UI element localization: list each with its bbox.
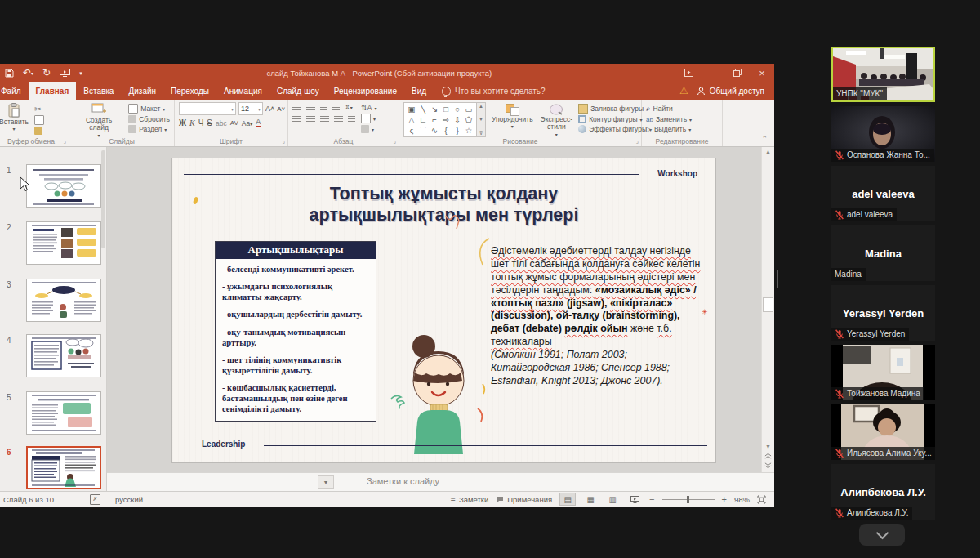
- share-button[interactable]: Общий доступ: [697, 87, 764, 96]
- shape-fill-button[interactable]: Заливка фигуры▾: [578, 104, 652, 114]
- scroll-down-icon[interactable]: ▼: [765, 444, 771, 449]
- slide-scrollbar[interactable]: ▲ ▼: [761, 147, 774, 472]
- shapes-gallery-scroll[interactable]: ▲▼⊽: [477, 102, 486, 137]
- text-direction-icon[interactable]: ⇅A▾: [361, 104, 377, 112]
- tab-Файл[interactable]: Файл: [0, 82, 29, 100]
- underline-icon[interactable]: Ч: [198, 118, 204, 127]
- reading-view-button[interactable]: ▥: [605, 493, 620, 505]
- minimize-button[interactable]: —: [701, 64, 725, 82]
- scroll-participants-button[interactable]: [859, 524, 905, 546]
- drawing-dialog-launcher[interactable]: ⌟: [636, 138, 639, 145]
- zoom-slider-thumb[interactable]: [687, 496, 689, 503]
- current-slide[interactable]: Workshop Топтық жұмысты қолдану артықшыл…: [172, 158, 715, 462]
- tab-Слайд-шоу[interactable]: Слайд-шоу: [270, 82, 327, 100]
- slide-thumbnail-4[interactable]: [26, 334, 101, 377]
- replace-button[interactable]: abЗаменить▾: [646, 115, 692, 123]
- language-indicator[interactable]: русский: [115, 495, 143, 504]
- start-slideshow-icon[interactable]: [60, 69, 70, 77]
- participant-tile[interactable]: MadinaMadina: [831, 225, 935, 281]
- strikethrough-icon[interactable]: S: [207, 118, 212, 127]
- scrollbar-thumb[interactable]: [763, 297, 773, 312]
- align-right-icon[interactable]: [320, 116, 329, 123]
- ribbon-display-options-button[interactable]: [676, 64, 701, 82]
- shrink-font-icon[interactable]: A˅: [277, 105, 285, 113]
- next-slide-button[interactable]: [764, 462, 772, 469]
- comments-toggle[interactable]: Примечания: [496, 495, 552, 504]
- slide-thumbnail-5[interactable]: [26, 391, 101, 435]
- italic-icon[interactable]: К: [189, 118, 195, 127]
- fit-to-window-button[interactable]: [757, 495, 766, 504]
- copy-icon[interactable]: [34, 115, 44, 125]
- slide-thumbnail-1[interactable]: [26, 164, 101, 208]
- notes-collapse-button[interactable]: ▼: [318, 475, 334, 489]
- slide-sorter-view-button[interactable]: ▦: [583, 493, 598, 505]
- reset-button[interactable]: Сбросить: [128, 115, 170, 123]
- tab-Дизайн[interactable]: Дизайн: [121, 82, 163, 100]
- scroll-up-icon[interactable]: ▲: [765, 149, 771, 154]
- notes-toggle[interactable]: ≐Заметки: [450, 495, 488, 504]
- convert-smartart-icon[interactable]: ▾: [361, 125, 377, 133]
- paste-button[interactable]: Вставить▾: [0, 102, 30, 133]
- participant-tile[interactable]: УНПК "МУК": [831, 47, 935, 102]
- slideshow-view-button[interactable]: [627, 493, 642, 505]
- align-left-icon[interactable]: [292, 116, 301, 123]
- char-spacing-icon[interactable]: AV: [230, 119, 238, 127]
- select-button[interactable]: ▷Выделить▾: [646, 125, 692, 133]
- grow-font-icon[interactable]: A˄: [265, 105, 274, 113]
- spellcheck-icon[interactable]: ✗: [90, 494, 100, 505]
- thumbnail-scrollbar[interactable]: [101, 150, 105, 248]
- slide-thumbnail-2[interactable]: [26, 221, 101, 265]
- section-button[interactable]: Раздел▾: [128, 125, 170, 133]
- paragraph-dialog-launcher[interactable]: ⌟: [394, 138, 396, 145]
- participant-tile[interactable]: Алипбекова Л.У. Алипбекова Л.У.: [831, 464, 935, 520]
- shapes-gallery[interactable]: ▣╲↘□○▭ △∟⌐⇨⇩⬠ ς⌒∿{}☆: [403, 102, 477, 137]
- participant-tile[interactable]: Оспанова Жанна То...: [831, 106, 935, 162]
- undo-icon[interactable]: ↶▾: [23, 67, 33, 78]
- quick-styles-button[interactable]: Экспресс-стили▾: [539, 103, 575, 138]
- columns-icon[interactable]: [348, 116, 355, 123]
- font-name-combo[interactable]: ▾: [179, 102, 236, 115]
- font-color-icon[interactable]: A: [256, 118, 261, 127]
- shape-outline-button[interactable]: Контур фигуры▾: [578, 115, 652, 123]
- format-painter-icon[interactable]: [34, 127, 42, 135]
- zoom-out-button[interactable]: −: [649, 494, 654, 504]
- participant-tile[interactable]: adel valeeva adel valeeva: [831, 166, 935, 221]
- tab-Рецензирование[interactable]: Рецензирование: [327, 82, 404, 100]
- slide-thumbnail-6[interactable]: [26, 446, 101, 489]
- zoom-in-button[interactable]: +: [722, 494, 727, 504]
- shape-effects-button[interactable]: Эффекты фигуры▾: [578, 125, 652, 133]
- normal-view-button[interactable]: ▤: [559, 493, 576, 506]
- activation-warning-icon[interactable]: ⚠: [679, 85, 688, 96]
- arrange-button[interactable]: Упорядочить▾: [490, 103, 535, 131]
- slide-thumbnail-3[interactable]: [26, 279, 101, 322]
- tab-Главная[interactable]: Главная: [29, 82, 77, 100]
- restore-button[interactable]: [725, 64, 750, 82]
- clipboard-dialog-launcher[interactable]: ⌟: [64, 138, 66, 145]
- tab-Переходы[interactable]: Переходы: [163, 82, 216, 100]
- tab-Анимация[interactable]: Анимация: [216, 82, 270, 100]
- increase-indent-icon[interactable]: [332, 105, 340, 111]
- find-button[interactable]: ⌕Найти: [646, 104, 692, 114]
- cut-icon[interactable]: ✂: [34, 105, 44, 114]
- save-icon[interactable]: [5, 69, 14, 78]
- participant-tile[interactable]: Тойжанова Мадина: [831, 345, 935, 400]
- tell-me-box[interactable]: Что вы хотите сделать?: [434, 82, 554, 100]
- font-size-combo[interactable]: 12▾: [238, 102, 263, 115]
- font-dialog-launcher[interactable]: ⌟: [283, 138, 285, 145]
- participant-tile[interactable]: Yerassyl Yerden Yerassyl Yerden: [831, 285, 935, 341]
- numbering-icon[interactable]: [306, 105, 315, 111]
- zoom-slider[interactable]: [662, 499, 715, 500]
- justify-icon[interactable]: [334, 116, 343, 123]
- tab-Вставка[interactable]: Вставка: [76, 82, 121, 100]
- zoom-percentage[interactable]: 98%: [734, 495, 750, 504]
- layout-button[interactable]: Макет▾: [128, 104, 170, 114]
- participant-tile[interactable]: Ильясова Алима Уку...: [831, 404, 935, 460]
- align-center-icon[interactable]: [306, 116, 315, 123]
- text-shadow-icon[interactable]: abc: [216, 119, 227, 127]
- redo-icon[interactable]: ↻: [42, 67, 51, 78]
- notes-pane[interactable]: ▼ Заметки к слайду: [107, 472, 774, 491]
- align-text-icon[interactable]: ▾: [361, 114, 377, 123]
- decrease-indent-icon[interactable]: [320, 105, 327, 111]
- bold-icon[interactable]: Ж: [179, 118, 186, 127]
- line-spacing-icon[interactable]: ⇕▾: [345, 104, 353, 111]
